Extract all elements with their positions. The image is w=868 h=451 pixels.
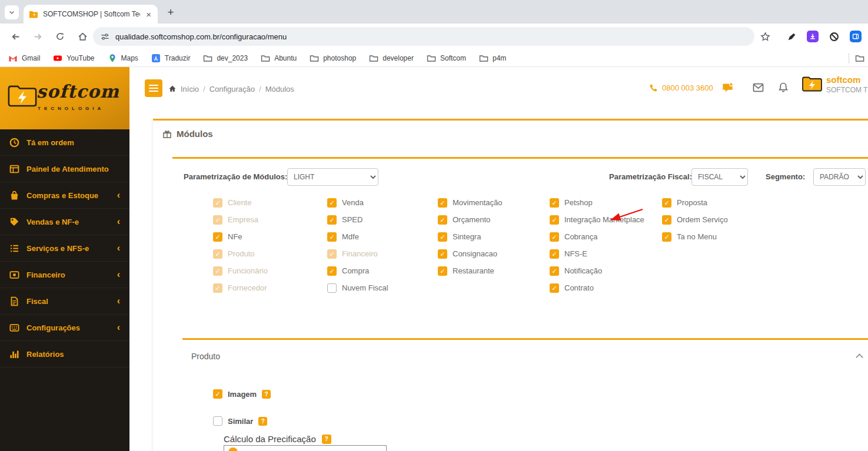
module-toggle[interactable]: ✓NFS-E [550, 249, 662, 259]
sidebar-item-painel-de-atendimento[interactable]: Painel de Atendimento [0, 156, 129, 182]
module-toggle[interactable]: ✓Consignacao [438, 249, 550, 259]
browser-tab[interactable]: SOFTCOMSHOP | Softcom Tec × [24, 5, 158, 24]
header-brand-logo[interactable]: softcom SOFTCOM T [802, 75, 867, 95]
bookmark-item[interactable]: photoshop [310, 54, 356, 63]
sidebar-logo[interactable]: softcom TECNOLOGIA [0, 67, 129, 129]
bookmark-item[interactable]: developer [369, 54, 414, 63]
module-toggle[interactable]: ✓Ordem Serviço [662, 215, 728, 225]
imagem-checkbox[interactable]: ✓ [213, 389, 222, 399]
site-settings-icon[interactable] [101, 32, 109, 41]
module-checkbox[interactable]: ✓ [662, 215, 671, 225]
calculo-help-badge[interactable]: ? [322, 435, 331, 444]
module-checkbox[interactable]: ✓ [213, 198, 222, 208]
module-toggle[interactable]: ✓Financeiro [327, 249, 438, 259]
address-bar[interactable]: qualidade.softcomshop.com.br/configuraca… [93, 27, 754, 46]
module-checkbox[interactable]: ✓ [213, 249, 222, 259]
module-checkbox[interactable] [327, 283, 337, 293]
chat-icon[interactable] [721, 82, 734, 95]
eyedropper-extension-icon[interactable] [784, 29, 799, 44]
module-checkbox[interactable]: ✓ [327, 215, 337, 225]
module-checkbox[interactable]: ✓ [550, 232, 559, 242]
bookmark-item[interactable]: Traduzir [151, 54, 191, 63]
module-toggle[interactable]: ✓Compra [327, 266, 438, 276]
bookmark-item[interactable]: YouTube [53, 54, 94, 63]
bookmark-item[interactable]: Gmail [8, 54, 40, 63]
module-checkbox[interactable]: ✓ [550, 266, 559, 276]
param-modulos-select[interactable]: LIGHT [287, 168, 378, 186]
sidebar-item-configuracoes[interactable]: Configurações‹ [0, 315, 129, 341]
module-toggle[interactable]: ✓Mdfe [327, 232, 438, 242]
tab-search-button[interactable] [5, 5, 19, 19]
other-bookmarks-folder-icon[interactable] [855, 54, 864, 63]
home-button[interactable] [75, 29, 89, 44]
module-checkbox[interactable]: ✓ [550, 198, 559, 208]
sidebar-item-compras-e-estoque[interactable]: Compras e Estoque‹ [0, 182, 129, 209]
module-checkbox[interactable]: ✓ [438, 232, 447, 242]
module-toggle[interactable]: ✓Cliente [213, 198, 327, 208]
sidebar-item-financeiro[interactable]: Financeiro‹ [0, 262, 129, 288]
download-extension-icon[interactable] [805, 29, 820, 44]
breadcrumb-inicio[interactable]: Início [181, 85, 199, 93]
module-toggle[interactable]: ✓Notificação [550, 266, 662, 276]
bookmark-item[interactable]: Softcom [427, 54, 466, 63]
blocker-extension-icon[interactable] [826, 29, 842, 44]
module-toggle[interactable]: ✓Sintegra [438, 232, 550, 242]
module-checkbox[interactable]: ✓ [213, 215, 222, 225]
forward-button[interactable] [31, 29, 45, 44]
support-phone-link[interactable]: 0800 003 3600 [649, 83, 713, 92]
module-checkbox[interactable]: ✓ [327, 198, 337, 208]
module-toggle[interactable]: ✓Ta no Menu [662, 232, 728, 242]
module-checkbox[interactable]: ✓ [327, 249, 337, 259]
notifications-bell-icon[interactable] [778, 82, 791, 95]
module-checkbox[interactable]: ✓ [438, 249, 447, 259]
module-toggle[interactable]: ✓Petshop [550, 198, 662, 208]
bookmark-item[interactable]: dev_2023 [203, 54, 248, 63]
similar-checkbox[interactable] [213, 416, 222, 426]
breadcrumb-configuracao[interactable]: Configuração [209, 85, 255, 93]
messages-envelope-icon[interactable] [753, 83, 766, 96]
sidebar-item-ta-em-ordem[interactable]: Tá em ordem [0, 129, 129, 156]
module-toggle[interactable]: ✓Funcionário [213, 266, 327, 276]
param-fiscal-select[interactable]: FISCAL [691, 168, 748, 186]
module-checkbox[interactable]: ✓ [213, 266, 222, 276]
module-checkbox[interactable]: ✓ [550, 249, 559, 259]
hamburger-menu-button[interactable] [145, 79, 162, 97]
module-checkbox[interactable]: ✓ [550, 215, 559, 225]
module-toggle[interactable]: ✓NFe [213, 232, 327, 242]
module-toggle[interactable]: ✓Produto [213, 249, 327, 259]
module-toggle[interactable]: ✓Integração Marketplace [550, 215, 662, 225]
module-toggle[interactable]: ✓Contrato [550, 283, 662, 293]
module-toggle[interactable]: ✓Movimentação [438, 198, 550, 208]
module-toggle[interactable]: ✓Venda [327, 198, 438, 208]
collapse-chevron-up-icon[interactable] [856, 353, 863, 361]
module-checkbox[interactable]: ✓ [438, 198, 447, 208]
tab-close-icon[interactable]: × [145, 10, 152, 19]
sidepanel-icon[interactable] [848, 29, 863, 44]
module-toggle[interactable]: Nuvem Fiscal [327, 283, 438, 293]
module-checkbox[interactable]: ✓ [213, 232, 222, 242]
sidebar-item-relatorios[interactable]: Relatórios [0, 341, 129, 368]
module-checkbox[interactable]: ✓ [327, 266, 337, 276]
imagem-help-badge[interactable]: ? [262, 390, 271, 399]
bookmark-item[interactable]: p4m [479, 54, 506, 63]
module-checkbox[interactable]: ✓ [438, 215, 447, 225]
module-toggle[interactable]: ✓Fornecedor [213, 283, 327, 293]
module-toggle[interactable]: ✓Restaurante [438, 266, 550, 276]
back-button[interactable] [8, 29, 22, 44]
new-tab-button[interactable]: + [164, 5, 178, 19]
module-toggle[interactable]: ✓Orçamento [438, 215, 550, 225]
refresh-button[interactable] [53, 29, 67, 44]
module-toggle[interactable]: ✓Proposta [662, 198, 728, 208]
segmento-select[interactable]: PADRÃO [813, 168, 866, 186]
module-checkbox[interactable]: ✓ [662, 198, 671, 208]
similar-help-badge[interactable]: ? [258, 417, 267, 426]
sidebar-item-fiscal[interactable]: Fiscal‹ [0, 288, 129, 315]
module-checkbox[interactable]: ✓ [662, 232, 671, 242]
bookmark-item[interactable]: Maps [108, 54, 138, 63]
module-toggle[interactable]: ✓Empresa [213, 215, 327, 225]
bookmark-star-icon[interactable] [758, 29, 772, 44]
module-checkbox[interactable]: ✓ [327, 232, 337, 242]
module-toggle[interactable]: ✓SPED [327, 215, 438, 225]
module-checkbox[interactable]: ✓ [438, 266, 447, 276]
bookmark-item[interactable]: Abuntu [261, 54, 297, 63]
